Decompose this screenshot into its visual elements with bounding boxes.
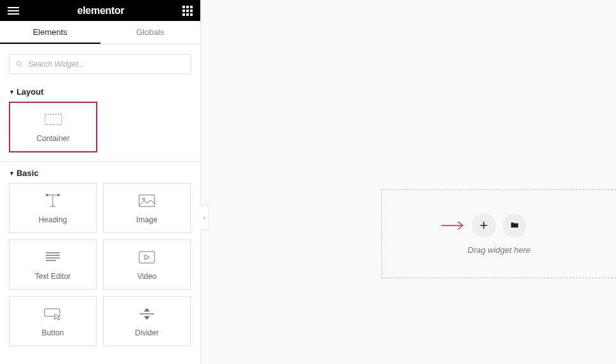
search-wrap <box>0 44 200 81</box>
caret-down-icon: ▼ <box>9 89 15 95</box>
section-header-basic[interactable]: ▼ Basic <box>0 162 200 183</box>
button-icon <box>43 306 62 322</box>
drop-zone[interactable]: + Drag widget here <box>381 189 616 278</box>
text-editor-icon <box>44 249 61 266</box>
heading-icon <box>44 192 61 209</box>
widget-grid-layout: Container <box>0 102 200 159</box>
panel-collapse-handle[interactable]: ‹ <box>200 205 209 230</box>
svg-rect-8 <box>139 195 154 206</box>
image-icon <box>139 192 155 209</box>
add-section-button[interactable]: + <box>472 213 496 238</box>
search-field[interactable] <box>9 54 191 74</box>
svg-marker-19 <box>144 316 149 320</box>
widget-label: Button <box>42 328 64 337</box>
widget-label: Text Editor <box>35 272 71 281</box>
section-title-label: Basic <box>17 168 39 178</box>
arrow-annotation-icon <box>440 220 465 231</box>
search-input[interactable] <box>28 60 184 69</box>
panel-header: elementor <box>0 0 200 21</box>
section-title-label: Layout <box>17 87 44 97</box>
editor-panel: elementor Elements Globals ▼ Layout <box>0 0 201 364</box>
plus-icon: + <box>480 219 488 233</box>
apps-grid-icon[interactable] <box>182 6 193 16</box>
widget-grid-basic: Heading Image Text Editor <box>0 183 200 355</box>
widget-divider[interactable]: Divider <box>103 296 191 346</box>
container-icon <box>44 111 62 128</box>
logo: elementor <box>78 5 125 17</box>
svg-marker-15 <box>145 255 149 260</box>
widget-label: Divider <box>135 328 158 337</box>
chevron-left-icon: ‹ <box>203 214 205 221</box>
editor-canvas[interactable]: + Drag widget here <box>201 0 616 364</box>
caret-down-icon: ▼ <box>9 170 15 177</box>
svg-point-0 <box>17 62 20 65</box>
tab-elements[interactable]: Elements <box>0 21 100 44</box>
widget-label: Image <box>136 215 157 224</box>
svg-marker-17 <box>144 308 149 311</box>
template-library-button[interactable] <box>502 213 526 238</box>
drop-zone-controls: + <box>472 213 526 238</box>
svg-rect-14 <box>139 252 154 263</box>
widget-label: Container <box>36 134 69 143</box>
widget-heading[interactable]: Heading <box>9 183 97 233</box>
widget-image[interactable]: Image <box>103 183 191 233</box>
svg-line-1 <box>20 65 22 67</box>
menu-icon[interactable] <box>8 7 19 15</box>
widget-button[interactable]: Button <box>9 296 97 346</box>
svg-rect-2 <box>45 114 62 125</box>
widget-label: Heading <box>39 215 67 224</box>
divider-icon <box>139 306 155 322</box>
search-icon <box>16 60 23 68</box>
tab-globals[interactable]: Globals <box>100 21 201 44</box>
widget-container[interactable]: Container <box>9 102 97 152</box>
widget-video[interactable]: Video <box>103 239 191 290</box>
panel-tabs: Elements Globals <box>0 21 200 44</box>
section-header-layout[interactable]: ▼ Layout <box>0 81 200 102</box>
svg-point-9 <box>142 198 145 200</box>
widget-text-editor[interactable]: Text Editor <box>9 239 97 290</box>
folder-icon <box>510 220 519 230</box>
drop-zone-hint: Drag widget here <box>468 245 531 255</box>
video-icon <box>139 249 155 266</box>
widget-label: Video <box>137 272 156 281</box>
